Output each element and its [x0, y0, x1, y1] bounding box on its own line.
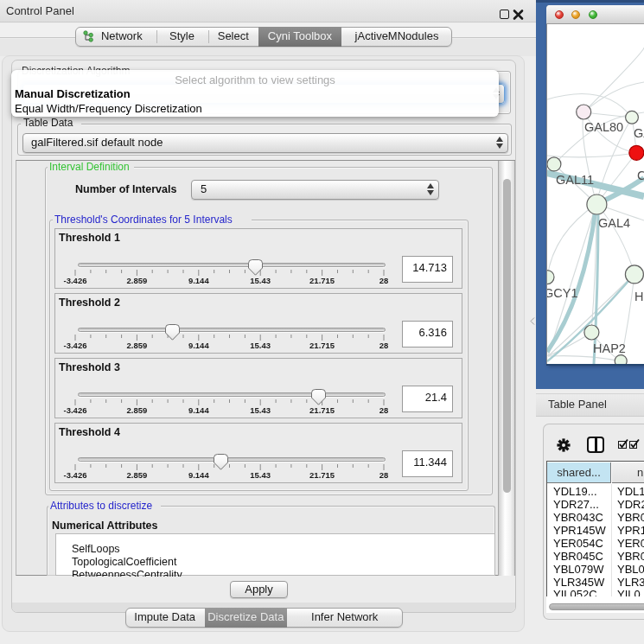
svg-text:GAL80: GAL80 [584, 120, 623, 134]
svg-text:GCY1: GCY1 [547, 286, 578, 300]
svg-text:GA: GA [634, 126, 644, 140]
svg-text:C: C [637, 169, 644, 182]
svg-text:HAP2: HAP2 [593, 341, 626, 355]
svg-text:H: H [634, 290, 643, 303]
svg-text:GAL11: GAL11 [556, 173, 594, 187]
svg-text:GAL4: GAL4 [598, 216, 630, 230]
